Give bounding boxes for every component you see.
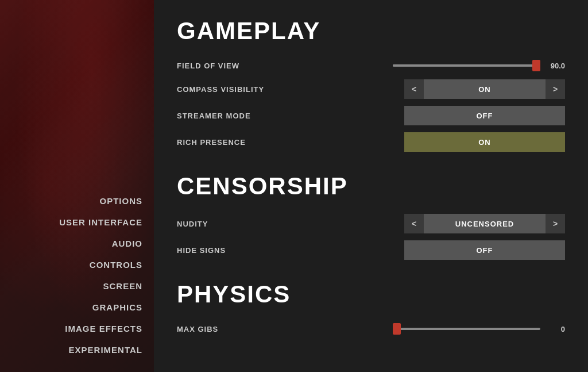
fov-label: FIELD OF VIEW (177, 62, 239, 70)
gameplay-section: GAMEPLAY FIELD OF VIEW 90.0 COMPASS VISI… (177, 17, 565, 155)
streamer-value: OFF (477, 112, 493, 120)
sidebar-item-image-effects[interactable]: IMAGE EFFECTS (0, 318, 154, 339)
hide-signs-label: HIDE SIGNS (177, 246, 226, 255)
compass-select[interactable]: < ON > (404, 79, 565, 99)
compass-arrow-left[interactable]: < (404, 79, 424, 99)
rich-presence-value: ON (478, 138, 491, 147)
max-gibs-slider-container[interactable]: 0 (393, 325, 565, 333)
hide-signs-row: HIDE SIGNS OFF (177, 237, 565, 263)
compass-value: ON (424, 85, 546, 94)
sidebar-item-experimental[interactable]: EXPERIMENTAL (0, 339, 154, 361)
fov-slider-fill (393, 64, 540, 67)
nudity-label: NUDITY (177, 220, 208, 228)
max-gibs-value: 0 (545, 325, 565, 333)
sidebar-item-graphics[interactable]: GRAPHICS (0, 297, 154, 318)
rich-presence-control[interactable]: ON (404, 132, 565, 152)
compass-arrow-right[interactable]: > (546, 79, 565, 99)
fov-slider-thumb (532, 60, 540, 71)
fov-value: 90.0 (545, 62, 565, 70)
max-gibs-row: MAX GIBS 0 (177, 319, 565, 339)
nudity-value: UNCENSORED (424, 220, 546, 228)
compass-label: COMPASS VISIBILITY (177, 85, 264, 94)
streamer-control[interactable]: OFF (404, 106, 565, 125)
max-gibs-slider-thumb (393, 323, 401, 335)
nudity-arrow-left[interactable]: < (404, 214, 424, 233)
sidebar-item-options[interactable]: OPTIONS (0, 190, 154, 212)
gameplay-title: GAMEPLAY (177, 17, 565, 45)
censorship-section: CENSORSHIP NUDITY < UNCENSORED > HIDE SI… (177, 172, 565, 263)
sidebar-item-screen[interactable]: SCREEN (0, 275, 154, 297)
streamer-row: STREAMER MODE OFF (177, 102, 565, 129)
nudity-arrow-right[interactable]: > (546, 214, 565, 233)
sidebar-nav: OPTIONS USER INTERFACE AUDIO CONTROLS SC… (0, 190, 154, 361)
physics-title: PHYSICS (177, 281, 565, 308)
max-gibs-slider-track[interactable] (393, 328, 540, 330)
compass-row: COMPASS VISIBILITY < ON > (177, 76, 565, 102)
sidebar-item-audio[interactable]: AUDIO (0, 233, 154, 254)
max-gibs-label: MAX GIBS (177, 325, 218, 333)
nudity-row: NUDITY < UNCENSORED > (177, 210, 565, 237)
main-content: GAMEPLAY FIELD OF VIEW 90.0 COMPASS VISI… (154, 0, 588, 372)
streamer-label: STREAMER MODE (177, 112, 251, 120)
fov-row: FIELD OF VIEW 90.0 (177, 55, 565, 76)
sidebar-item-controls[interactable]: CONTROLS (0, 254, 154, 275)
hide-signs-value: OFF (477, 246, 493, 255)
nudity-select[interactable]: < UNCENSORED > (404, 214, 565, 233)
rich-presence-row: RICH PRESENCE ON (177, 129, 565, 155)
physics-section: PHYSICS MAX GIBS 0 (177, 281, 565, 339)
fov-slider-container[interactable]: 90.0 (393, 62, 565, 70)
sidebar-item-user-interface[interactable]: USER INTERFACE (0, 212, 154, 233)
fov-slider-track[interactable] (393, 64, 540, 67)
censorship-title: CENSORSHIP (177, 172, 565, 200)
hide-signs-control[interactable]: OFF (404, 240, 565, 260)
sidebar: OPTIONS USER INTERFACE AUDIO CONTROLS SC… (0, 0, 154, 372)
content-inner: GAMEPLAY FIELD OF VIEW 90.0 COMPASS VISI… (177, 17, 565, 339)
rich-presence-label: RICH PRESENCE (177, 138, 246, 147)
